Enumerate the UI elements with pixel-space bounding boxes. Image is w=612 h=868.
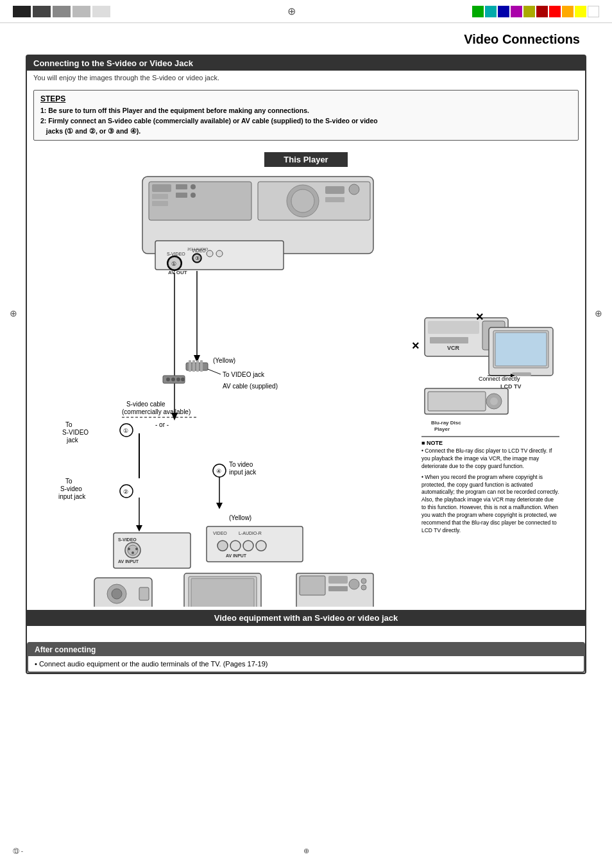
svg-text:VCR: VCR <box>447 345 460 351</box>
svg-point-84 <box>256 541 266 551</box>
svg-text:(Yellow): (Yellow) <box>229 514 251 521</box>
svg-rect-96 <box>328 576 348 584</box>
svg-text:AV cable (supplied): AV cable (supplied) <box>223 383 278 390</box>
svg-rect-104 <box>430 337 468 343</box>
video-equip-label: Video equipment with an S-video or video… <box>27 610 585 626</box>
bottom-bar: ⊕ ⑬ - <box>0 847 612 855</box>
svg-rect-92 <box>191 578 254 607</box>
svg-text:Blu-ray Disc: Blu-ray Disc <box>431 420 461 426</box>
svg-rect-37 <box>200 360 203 372</box>
steps-box: STEPS 1: Be sure to turn off this Player… <box>33 90 579 141</box>
svg-text:To video: To video <box>229 461 253 468</box>
svg-text:To: To <box>65 421 72 428</box>
after-connecting-title: After connecting <box>28 643 584 656</box>
top-registration-mark: ⊕ <box>110 5 472 17</box>
top-bar: ⊕ <box>0 0 612 23</box>
svg-text:③: ③ <box>195 256 200 261</box>
svg-point-81 <box>217 541 228 551</box>
page-number: ⑬ - <box>13 847 23 856</box>
svg-text:Connect directly: Connect directly <box>479 376 520 382</box>
svg-text:①: ① <box>123 428 128 434</box>
svg-point-75 <box>135 548 138 550</box>
svg-point-74 <box>128 548 130 550</box>
svg-text:AV INPUT: AV INPUT <box>226 553 247 558</box>
svg-text:①: ① <box>171 261 176 267</box>
svg-text:(commercially available): (commercially available) <box>122 408 191 415</box>
svg-text:S-video cable: S-video cable <box>126 401 166 408</box>
main-section-box: Connecting to the S-video or Video Jack … <box>26 55 586 674</box>
svg-rect-14 <box>325 197 344 202</box>
svg-point-98 <box>349 579 359 589</box>
svg-rect-36 <box>196 360 199 372</box>
svg-text:To: To <box>65 478 72 485</box>
svg-text:input jack: input jack <box>58 493 86 500</box>
page-title: Video Connections <box>26 32 586 47</box>
svg-rect-6 <box>176 193 187 198</box>
svg-rect-89 <box>139 587 149 600</box>
reg-mark-left: ⊕ <box>10 308 17 318</box>
svg-point-11 <box>291 189 314 213</box>
svg-point-76 <box>132 551 134 554</box>
svg-point-99 <box>361 578 366 584</box>
svg-rect-112 <box>428 392 486 411</box>
svg-point-100 <box>361 585 366 590</box>
svg-point-114 <box>490 397 498 405</box>
svg-point-88 <box>112 589 122 599</box>
main-content: Video Connections Connecting to the S-vi… <box>0 26 612 693</box>
svg-text:S-VIDEO: S-VIDEO <box>118 537 137 542</box>
svg-text:(Yellow): (Yellow) <box>213 357 235 364</box>
svg-rect-102 <box>428 321 479 334</box>
svg-rect-34 <box>189 360 191 372</box>
svg-point-39 <box>166 378 170 381</box>
svg-rect-95 <box>300 576 325 595</box>
svg-rect-8 <box>191 193 196 198</box>
svg-marker-66 <box>216 503 223 509</box>
reg-mark-right: ⊕ <box>595 308 602 318</box>
section-subtitle: You will enjoy the images through the S-… <box>27 71 585 85</box>
svg-text:■ NOTE: ■ NOTE <box>421 440 443 446</box>
svg-text:×: × <box>412 338 420 352</box>
svg-text:S-VIDEO: S-VIDEO <box>62 429 89 436</box>
svg-text:VIDEO: VIDEO <box>213 531 227 535</box>
svg-text:Player: Player <box>434 426 450 432</box>
svg-rect-2 <box>152 184 171 192</box>
this-player-label-container: This Player <box>27 152 585 167</box>
svg-rect-7 <box>191 184 196 189</box>
svg-point-21 <box>207 250 213 257</box>
svg-text:jack: jack <box>66 437 79 444</box>
top-bar-colors <box>472 6 599 17</box>
svg-rect-3 <box>152 194 168 199</box>
svg-text:To VIDEO jack: To VIDEO jack <box>223 371 265 378</box>
after-connecting-content: • Connect audio equipment or the audio t… <box>28 656 584 672</box>
svg-rect-97 <box>328 586 348 591</box>
svg-marker-68 <box>136 525 142 532</box>
section-title: Connecting to the S-video or Video Jack <box>27 56 585 71</box>
svg-point-22 <box>216 250 223 257</box>
diagram-area: This Player <box>27 146 585 636</box>
svg-point-42 <box>181 378 185 381</box>
top-bar-blocks-left <box>13 6 110 17</box>
svg-text:AV OUT: AV OUT <box>168 270 187 275</box>
step2-text: 2: Firmly connect an S-video cable (comm… <box>40 117 378 135</box>
steps-content: 1: Be sure to turn off this Player and t… <box>40 106 572 136</box>
svg-text:×: × <box>476 309 484 324</box>
svg-point-41 <box>176 378 180 381</box>
connection-diagram: AV OUT S-VIDEO VIDEO 2CH AUDIO ③ ① <box>27 170 585 607</box>
svg-point-82 <box>230 541 241 551</box>
svg-text:④: ④ <box>216 468 221 474</box>
svg-rect-13 <box>325 186 344 194</box>
step1-text: 1: Be sure to turn off this Player and t… <box>40 107 309 114</box>
svg-line-44 <box>208 369 221 374</box>
svg-text:input jack: input jack <box>229 469 257 476</box>
after-connecting-box: After connecting • Connect audio equipme… <box>27 642 585 673</box>
svg-text:L-AUDIO-R: L-AUDIO-R <box>239 531 262 535</box>
svg-text:- or -: - or - <box>155 421 169 428</box>
svg-rect-5 <box>176 184 187 189</box>
svg-text:S-video: S-video <box>60 485 82 492</box>
svg-text:②: ② <box>123 489 128 495</box>
svg-rect-35 <box>192 360 195 372</box>
svg-point-83 <box>243 541 253 551</box>
svg-rect-108 <box>495 333 547 366</box>
svg-rect-4 <box>152 201 168 206</box>
bottom-symbol: ⊕ <box>303 847 309 855</box>
